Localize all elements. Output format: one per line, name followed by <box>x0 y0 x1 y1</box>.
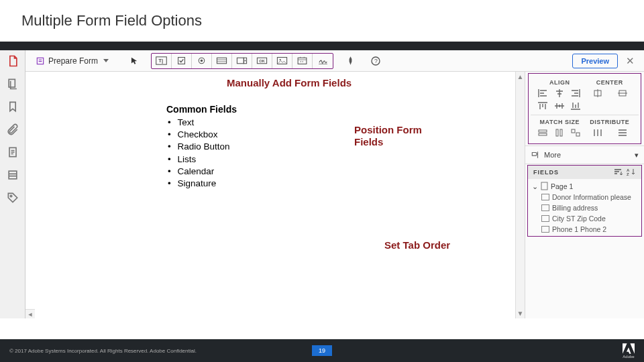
fields-label: FIELDS <box>533 169 559 176</box>
svg-text:OK: OK <box>259 59 265 63</box>
match-both-icon[interactable] <box>570 127 582 138</box>
help-icon[interactable]: ? <box>367 56 384 66</box>
text-field-icon <box>541 226 549 233</box>
bookmark-icon[interactable] <box>6 100 19 113</box>
chevron-down-icon: ▾ <box>635 151 639 160</box>
list-item: Checkbox <box>166 129 321 141</box>
sort-az-icon[interactable]: AZ <box>627 168 636 177</box>
svg-text:T|: T| <box>158 58 163 64</box>
list-item: Calendar <box>166 166 321 178</box>
more-row[interactable]: More ▾ <box>525 145 644 164</box>
vertical-scrollbar[interactable]: ▲ ▼ <box>515 72 525 318</box>
page-pane: Manually Add Form Fields Common Fields T… <box>25 72 515 318</box>
align-center-h-icon[interactable] <box>553 88 566 99</box>
text-field-icon <box>541 204 549 211</box>
add-combo-button[interactable] <box>212 54 232 68</box>
add-signature-button[interactable] <box>313 54 333 68</box>
svg-rect-17 <box>298 58 307 64</box>
align-left-icon[interactable] <box>537 88 549 99</box>
align-top-icon[interactable] <box>537 101 549 111</box>
align-label: ALIGN <box>535 79 585 86</box>
align-bottom-icon[interactable] <box>570 101 582 111</box>
chevron-down-icon <box>103 59 109 62</box>
add-date-button[interactable] <box>292 54 313 68</box>
svg-rect-26 <box>556 129 558 136</box>
collapse-icon[interactable]: ⌄ <box>532 182 538 190</box>
slide-title: Multiple Form Field Options <box>21 12 202 29</box>
slide-title-bar: Multiple Form Field Options <box>0 0 644 42</box>
distribute-label: DISTRIBUTE <box>585 119 635 125</box>
add-list-button[interactable] <box>232 54 252 68</box>
add-checkbox-button[interactable] <box>172 54 192 68</box>
adobe-logo: Adobe <box>623 343 635 359</box>
align-middle-icon[interactable] <box>553 101 566 111</box>
sort-order-icon[interactable] <box>613 168 623 177</box>
svg-point-3 <box>10 195 12 197</box>
callout-heading: Position Form Fields <box>354 124 448 148</box>
pages-icon[interactable] <box>6 77 19 90</box>
add-image-button[interactable] <box>272 54 292 68</box>
match-height-icon[interactable] <box>553 127 566 138</box>
page-node[interactable]: ⌄Page 1 <box>528 180 641 192</box>
tag-icon[interactable] <box>6 191 19 204</box>
svg-rect-10 <box>217 58 226 64</box>
callout-common-fields: Common Fields Text Checkbox Radio Button… <box>166 101 321 190</box>
right-properties-pane: ALIGNCENTER <box>525 72 644 318</box>
svg-point-18 <box>301 61 301 62</box>
slide-number: 19 <box>312 345 332 356</box>
center-v-icon[interactable] <box>616 88 629 99</box>
selection-tool-icon[interactable] <box>127 56 142 66</box>
svg-text:?: ? <box>374 58 378 64</box>
callout-position: Position Form Fields <box>354 124 448 149</box>
field-item[interactable]: Donor Information please <box>528 192 641 202</box>
field-item[interactable]: Billing address <box>528 202 641 213</box>
svg-rect-27 <box>560 129 562 136</box>
list-item: Text <box>166 117 321 129</box>
scroll-up-icon[interactable]: ▲ <box>516 73 525 80</box>
match-width-icon[interactable] <box>537 127 549 138</box>
svg-rect-0 <box>9 79 15 87</box>
layers-icon[interactable] <box>6 168 19 182</box>
text-field-icon <box>541 194 549 200</box>
attachment-icon[interactable] <box>6 123 19 136</box>
fields-header: FIELDS AZ <box>528 166 641 179</box>
svg-rect-2 <box>9 171 17 179</box>
svg-rect-28 <box>572 129 575 133</box>
svg-rect-25 <box>539 133 547 135</box>
left-nav-rail <box>0 50 25 318</box>
fields-panel: FIELDS AZ ⌄Page 1 Donor Information plea… <box>527 165 642 237</box>
add-radio-button[interactable] <box>192 54 212 68</box>
svg-text:Z: Z <box>627 172 630 176</box>
callout-list: Text Checkbox Radio Button Lists Calenda… <box>166 117 321 190</box>
slide-footer: © 2017 Adobe Systems Incorporated. All R… <box>0 339 644 362</box>
document-canvas: Manually Add Form Fields Common Fields T… <box>25 72 644 318</box>
center-h-icon[interactable] <box>592 88 604 99</box>
text-field-icon <box>541 215 549 222</box>
svg-rect-32 <box>541 182 547 190</box>
field-item[interactable]: Phone 1 Phone 2 <box>528 224 641 235</box>
callout-subheading: Common Fields <box>166 104 321 115</box>
keep-tool-icon[interactable] <box>341 56 359 66</box>
add-ok-button[interactable]: OK <box>252 54 272 68</box>
svg-rect-24 <box>539 130 547 132</box>
svg-rect-7 <box>178 58 185 64</box>
add-text-field-button[interactable]: T| <box>152 54 172 68</box>
scroll-left-icon[interactable]: ◄ <box>25 309 35 318</box>
callout-heading: Manually Add Form Fields <box>227 77 368 89</box>
prepare-form-dropdown[interactable]: Prepare Form <box>30 53 115 69</box>
distribute-h-icon[interactable] <box>592 127 604 138</box>
callout-manually-add: Manually Add Form Fields <box>227 77 368 90</box>
scroll-down-icon[interactable]: ▼ <box>516 310 525 317</box>
svg-rect-15 <box>277 58 286 64</box>
distribute-v-icon[interactable] <box>616 127 629 138</box>
document-icon[interactable] <box>6 145 19 159</box>
close-icon[interactable]: ✕ <box>626 55 635 67</box>
copyright-text: © 2017 Adobe Systems Incorporated. All R… <box>9 348 197 354</box>
field-item[interactable]: City ST Zip Code <box>528 213 641 224</box>
page-thumbnails-icon[interactable] <box>6 54 19 68</box>
dark-band <box>0 42 644 50</box>
callout-tab-order: Set Tab Order <box>384 239 465 253</box>
svg-point-9 <box>201 60 203 62</box>
preview-button[interactable]: Preview <box>572 54 618 68</box>
align-right-icon[interactable] <box>570 88 582 99</box>
